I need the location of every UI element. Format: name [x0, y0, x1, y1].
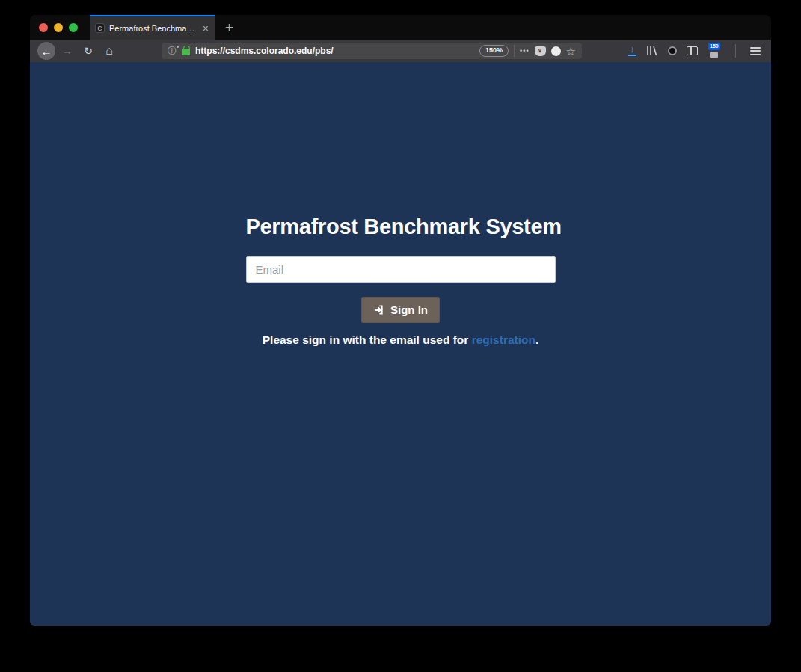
screenshot-stage: C Permafrost Benchmark System × + ← → ↻ …	[0, 0, 801, 672]
page-actions-icon[interactable]: •••	[520, 47, 529, 55]
library-button[interactable]	[646, 46, 658, 56]
zoom-level-indicator[interactable]: 150%	[479, 45, 509, 57]
zoom-window-button[interactable]	[69, 23, 78, 32]
signin-button-row: Sign In	[246, 297, 556, 323]
download-bar-icon	[628, 55, 636, 56]
site-info-icon[interactable]: ⓘ	[168, 46, 177, 55]
download-arrow-icon: ↓	[630, 46, 635, 53]
navigation-toolbar: ← → ↻ ⌂ ⓘ https://csdms.colorado.edu/pbs…	[30, 40, 771, 62]
window-controls	[30, 15, 90, 40]
bookmark-star-icon[interactable]: ☆	[566, 46, 576, 57]
minimize-window-button[interactable]	[54, 23, 63, 32]
signin-note: Please sign in with the email used for r…	[246, 333, 556, 347]
new-tab-button[interactable]: +	[225, 20, 233, 34]
back-button[interactable]: ←	[37, 42, 55, 60]
https-lock-icon[interactable]	[182, 49, 190, 55]
tab-close-icon[interactable]: ×	[201, 23, 210, 34]
forward-button[interactable]: →	[58, 42, 76, 60]
downloads-button[interactable]: ↓	[628, 46, 636, 55]
library-icon	[646, 46, 658, 56]
page-title: Permafrost Benchmark System	[246, 215, 556, 239]
sign-in-label: Sign In	[390, 303, 428, 316]
browser-window: C Permafrost Benchmark System × + ← → ↻ …	[30, 15, 771, 626]
extension-circle-icon[interactable]	[668, 46, 677, 55]
tab-permafrost-benchmark-system[interactable]: C Permafrost Benchmark System ×	[90, 15, 215, 40]
extension-box-icon	[710, 52, 718, 58]
reload-button[interactable]: ↻	[79, 42, 97, 60]
screenshot-circle-icon[interactable]	[551, 46, 561, 56]
menu-button[interactable]	[750, 47, 761, 55]
zoom-extension-button[interactable]: 150	[708, 44, 721, 58]
sign-in-icon	[373, 304, 384, 315]
note-text-before: Please sign in with the email used for	[263, 333, 472, 346]
note-text-after: .	[535, 333, 538, 346]
close-window-button[interactable]	[39, 23, 48, 32]
home-button[interactable]: ⌂	[100, 42, 118, 60]
login-panel: Permafrost Benchmark System Sign In Plea…	[246, 215, 556, 347]
email-input[interactable]	[246, 256, 556, 283]
favicon-icon: C	[95, 23, 105, 33]
extension-badge: 150	[708, 43, 720, 50]
toolbar-separator	[735, 44, 736, 58]
page-content: Permafrost Benchmark System Sign In Plea…	[30, 62, 771, 626]
sidebar-toggle-button[interactable]	[687, 46, 698, 55]
toolbar-right-icons: ↓ 150	[628, 44, 764, 58]
url-text[interactable]: https://csdms.colorado.edu/pbs/	[195, 46, 474, 56]
tab-bar: C Permafrost Benchmark System × +	[30, 15, 771, 40]
url-bar[interactable]: ⓘ https://csdms.colorado.edu/pbs/ 150% •…	[162, 43, 582, 59]
urlbar-separator	[514, 45, 515, 57]
pocket-save-icon[interactable]: ∨	[535, 46, 546, 56]
tab-title: Permafrost Benchmark System	[109, 24, 197, 33]
registration-link[interactable]: registration	[472, 333, 535, 346]
sign-in-button[interactable]: Sign In	[361, 297, 440, 323]
